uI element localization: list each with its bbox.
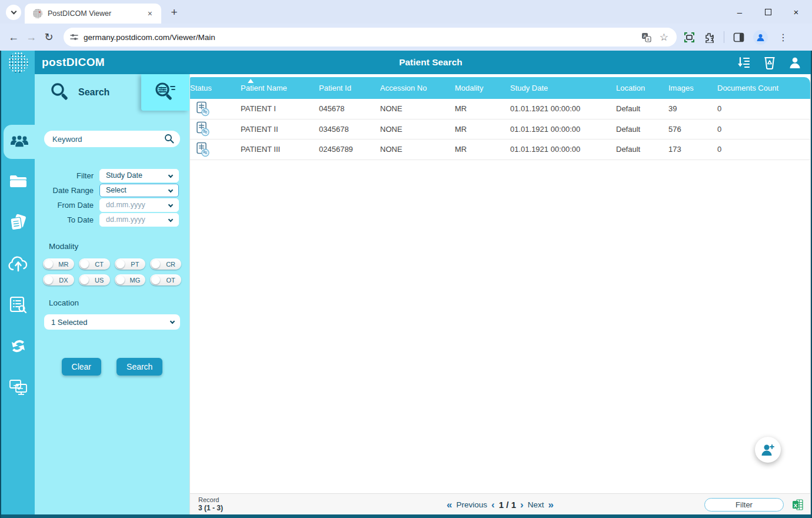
table-row[interactable]: PATIENT III 02456789 NONE MR 01.01.1921 … [190,140,810,160]
cell-patient-name: PATIENT III [241,145,319,154]
cell-modality: MR [455,104,510,113]
cell-location: Default [616,145,668,154]
excel-export-icon[interactable]: X [792,499,803,510]
sync-arrows-icon [9,337,27,355]
keyword-search-icon[interactable] [164,134,174,144]
patients-group-icon [9,134,29,150]
search-panel-tabs: Search [35,74,189,111]
modality-toggle-ot[interactable]: OT [150,274,181,285]
location-select[interactable]: 1 Selected [44,314,180,330]
tab-advanced-search[interactable] [141,74,189,111]
extensions-puzzle-icon[interactable] [704,32,715,43]
modality-toggle-cr[interactable]: CR [150,258,181,270]
last-page-icon[interactable]: » [548,500,553,510]
study-status-icon[interactable] [190,121,241,137]
cell-accession: NONE [380,104,455,113]
study-status-icon[interactable] [190,142,241,157]
browser-tab[interactable]: PostDICOM Viewer × [25,4,161,24]
col-location[interactable]: Location [616,84,668,92]
col-patient-name[interactable]: Patient Name [241,84,319,92]
col-status[interactable]: Status [190,84,241,92]
sidebar-item-upload[interactable] [1,250,35,278]
first-page-icon[interactable]: « [447,500,452,510]
toolbar-right-icons: ⋮ [684,30,797,45]
sidebar-item-studies[interactable] [1,208,35,237]
chevron-down-icon [168,172,173,177]
col-accession-no[interactable]: Accession No [380,84,455,92]
keyword-field-wrap [44,131,180,147]
add-patient-button[interactable] [755,437,781,463]
filter-button[interactable]: Filter [704,498,784,512]
cell-modality: MR [455,145,510,154]
modality-toggle-mg[interactable]: MG [115,274,146,285]
bookmark-star-icon[interactable]: ☆ [660,31,668,44]
modality-toggle-pt[interactable]: PT [115,258,146,270]
modality-toggle-us[interactable]: US [79,274,110,285]
col-images[interactable]: Images [668,84,717,92]
account-person-icon[interactable] [788,56,801,69]
browser-menu-icon[interactable]: ⋮ [777,32,790,43]
modality-toggle-dx[interactable]: DX [43,274,74,285]
browser-window: PostDICOM Viewer × + – × ← → ↻ germany.p… [0,0,812,518]
modality-toggle-ct[interactable]: CT [79,258,110,270]
tab-close-icon[interactable]: × [145,8,155,19]
new-tab-button[interactable]: + [167,5,181,19]
recycle-bin-icon[interactable] [764,56,776,69]
study-cards-icon [9,214,27,231]
sidebar-item-patient-search[interactable] [4,125,35,159]
next-page-button[interactable]: Next [528,500,544,509]
toggle-knob [151,275,160,284]
col-patient-id[interactable]: Patient Id [319,84,380,92]
sidebar-item-transfer[interactable] [1,373,35,401]
forward-button[interactable]: → [22,31,40,44]
screen-capture-icon[interactable] [684,32,695,43]
worklist-search-icon [9,296,27,314]
toggle-knob [44,260,53,268]
download-queue-icon[interactable] [737,56,751,69]
tab-basic-search-label: Search [78,87,109,98]
chevron-down-icon [168,217,173,221]
svg-text:X: X [794,502,798,508]
table-row[interactable]: PATIENT II 0345678 NONE MR 01.01.1921 00… [190,119,810,140]
svg-text:a: a [647,37,649,41]
address-bar[interactable]: germany.postdicom.com/Viewer/Main A a ☆ [64,28,677,47]
sidebar-item-order-search[interactable] [1,291,35,319]
cell-patient-id: 0345678 [319,125,380,134]
toggle-knob [80,260,89,268]
browser-profile-avatar[interactable] [753,30,768,45]
to-date-select[interactable]: dd.mm.yyyy [99,213,179,227]
window-close-button[interactable]: × [790,7,803,17]
date-range-select[interactable]: Select [99,184,179,197]
side-panel-icon[interactable] [733,32,744,43]
chevron-down-icon [168,187,173,192]
previous-page-button[interactable]: Previous [457,500,488,509]
search-button[interactable]: Search [117,358,162,376]
share-monitors-icon [9,379,28,396]
prev-page-icon[interactable]: ‹ [491,500,495,510]
from-date-select[interactable]: dd.mm.yyyy [99,198,179,212]
modality-toggle-mr[interactable]: MR [43,258,74,270]
study-status-icon[interactable] [190,101,241,117]
col-documents-count[interactable]: Documents Count [717,84,810,92]
col-modality[interactable]: Modality [455,84,510,92]
cell-patient-id: 045678 [319,104,380,113]
sidebar-item-sync[interactable] [1,332,35,360]
tab-basic-search[interactable]: Search [35,74,138,111]
keyword-input[interactable] [44,131,180,147]
table-row[interactable]: PATIENT I 045678 NONE MR 01.01.1921 00:0… [190,99,810,119]
next-page-icon[interactable]: › [520,500,524,510]
filter-select[interactable]: Study Date [99,169,179,182]
site-settings-icon[interactable] [69,32,79,42]
app-sidebar [1,74,35,514]
reload-button[interactable]: ↻ [40,31,58,44]
sidebar-item-folders[interactable] [1,167,35,195]
back-button[interactable]: ← [5,31,22,44]
cell-documents: 0 [717,125,810,134]
window-maximize-button[interactable] [761,7,774,17]
chevron-down-icon [168,202,173,207]
clear-button[interactable]: Clear [62,358,101,376]
tab-search-menu-button[interactable] [6,5,21,20]
col-study-date[interactable]: Study Date [510,84,616,92]
window-minimize-button[interactable]: – [733,7,746,17]
translate-icon[interactable]: A a [641,32,651,42]
